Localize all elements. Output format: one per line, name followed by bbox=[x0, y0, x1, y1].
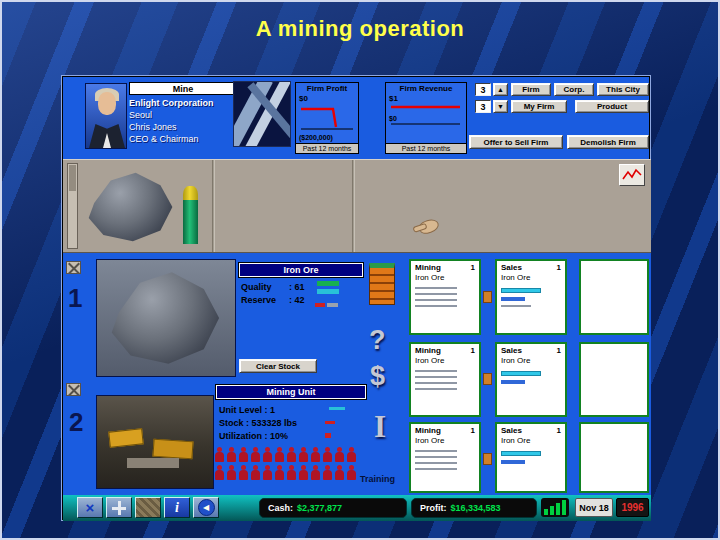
unit-type: Mining bbox=[415, 346, 441, 355]
stockpile-icon[interactable] bbox=[369, 263, 395, 305]
terrain-map-button[interactable] bbox=[135, 497, 161, 518]
sales-bar bbox=[501, 305, 531, 307]
slide-title: A mining operation bbox=[0, 16, 720, 42]
my-firm-button[interactable]: My Firm bbox=[511, 100, 567, 113]
sales-bar bbox=[501, 451, 541, 456]
firm-revenue-caption: Past 12 months bbox=[386, 143, 466, 153]
firm-profit-min: ($200,000) bbox=[299, 134, 333, 141]
help-icon[interactable]: ? bbox=[369, 327, 386, 354]
offer-to-sell-firm-button[interactable]: Offer to Sell Firm bbox=[469, 135, 563, 149]
ceo-portrait[interactable] bbox=[85, 83, 127, 149]
mining-unit-image bbox=[96, 395, 214, 489]
gauge-yellow-segment bbox=[183, 186, 198, 200]
unit-type: Sales bbox=[501, 426, 522, 435]
workers-row bbox=[215, 447, 359, 466]
sales-unit-slot[interactable]: Sales 1 Iron Ore bbox=[495, 342, 567, 417]
compass-icon bbox=[112, 501, 126, 515]
mining-unit-slot[interactable]: Mining 1 Iron Ore bbox=[409, 259, 481, 335]
close-icon: × bbox=[86, 500, 95, 515]
product-button[interactable]: Product bbox=[575, 100, 649, 113]
product-title-bar: Iron Ore bbox=[239, 263, 363, 277]
demolish-firm-button[interactable]: Demolish Firm bbox=[567, 135, 649, 149]
firm-revenue-title: Firm Revenue bbox=[386, 83, 466, 94]
firm-revenue-min: $0 bbox=[389, 115, 397, 122]
reserve-value: : 42 bbox=[289, 295, 305, 305]
sales-unit-slot[interactable]: Sales 1 Iron Ore bbox=[495, 422, 567, 493]
utilization-text: Utilization : 10% bbox=[219, 431, 288, 441]
game-window: Mine Enlight Corporation Seoul Chris Jon… bbox=[62, 76, 650, 520]
unit-product: Iron Ore bbox=[415, 436, 444, 445]
slide-background: A mining operation Mine Enlight Corporat… bbox=[0, 0, 720, 540]
cash-display: Cash: $2,377,877 bbox=[259, 498, 407, 518]
workers-row bbox=[215, 465, 359, 484]
unit-level: 1 bbox=[471, 263, 475, 272]
portrait-face-shape bbox=[98, 92, 116, 115]
hand-cursor-icon bbox=[417, 217, 440, 236]
mining-unit-slot[interactable]: Mining 1 Iron Ore bbox=[409, 342, 481, 417]
unit-mini-square-red bbox=[325, 433, 331, 438]
floors-down-value: 3 bbox=[475, 100, 491, 113]
stock-text: Stock : 533328 lbs bbox=[219, 418, 297, 428]
this-city-button[interactable]: This City bbox=[597, 83, 649, 96]
ceo-role: CEO & Chairman bbox=[129, 134, 199, 144]
info-button[interactable]: i bbox=[164, 497, 190, 518]
unit-output-lines bbox=[415, 450, 457, 474]
unit-mini-bar-cyan bbox=[329, 407, 345, 410]
firm-button[interactable]: Firm bbox=[511, 83, 551, 96]
cash-label: Cash: bbox=[268, 503, 293, 513]
finance-icon[interactable]: $ bbox=[370, 363, 385, 390]
move-view-button[interactable] bbox=[106, 497, 132, 518]
unit-type: Sales bbox=[501, 346, 522, 355]
product-image bbox=[96, 259, 236, 377]
chart-corner-button[interactable] bbox=[619, 164, 645, 186]
sales-unit-slot[interactable]: Sales 1 Iron Ore bbox=[495, 259, 567, 335]
quality-label: Quality bbox=[241, 282, 272, 292]
profit-display: Profit: $16,334,583 bbox=[411, 498, 537, 518]
corporation-name: Enlight Corporation bbox=[129, 98, 214, 108]
back-button[interactable]: ◀ bbox=[193, 497, 219, 518]
ore-deposit-image[interactable] bbox=[85, 168, 177, 246]
pillar-icon[interactable]: I bbox=[374, 411, 386, 442]
firm-profit-panel[interactable]: Firm Profit $0 ($200,000) Past 12 months bbox=[295, 82, 359, 154]
profit-value: $16,334,583 bbox=[451, 503, 501, 513]
firm-revenue-panel[interactable]: Firm Revenue $1 $0 Past 12 months bbox=[385, 82, 467, 154]
deposit-gauge bbox=[183, 186, 198, 244]
cash-value: $2,377,877 bbox=[297, 503, 342, 513]
unit-mini-bar-red bbox=[325, 421, 335, 424]
empty-unit-slot[interactable] bbox=[579, 342, 649, 417]
unit-type: Mining bbox=[415, 263, 441, 272]
unit-product: Iron Ore bbox=[415, 356, 444, 365]
unit-level-text: Unit Level : 1 bbox=[219, 405, 275, 415]
back-arrow-icon: ◀ bbox=[198, 499, 215, 516]
corp-button[interactable]: Corp. bbox=[554, 83, 594, 96]
floor-2-label[interactable]: 2 bbox=[69, 409, 83, 435]
status-bar: × i ◀ Cash: $2,377,877 Profit: $16,334,5… bbox=[63, 495, 651, 521]
stock-bar-red bbox=[315, 303, 325, 307]
tools-icon[interactable] bbox=[66, 383, 81, 396]
floor-up-button[interactable]: ▲ bbox=[493, 83, 508, 96]
sales-bar bbox=[501, 371, 541, 376]
unit-output-lines bbox=[415, 370, 457, 394]
firm-profit-title: Firm Profit bbox=[296, 83, 358, 94]
floors-up-value: 3 bbox=[475, 83, 491, 96]
stock-bar-gray bbox=[327, 303, 338, 307]
close-button[interactable]: × bbox=[77, 497, 103, 518]
empty-unit-slot[interactable] bbox=[579, 422, 649, 493]
info-icon: i bbox=[175, 501, 179, 515]
terrain-strip bbox=[63, 159, 651, 253]
clear-stock-button[interactable]: Clear Stock bbox=[239, 359, 317, 373]
sales-bar bbox=[501, 380, 525, 384]
truck-shape bbox=[108, 428, 143, 447]
empty-unit-slot[interactable] bbox=[579, 259, 649, 335]
finance-chart-button[interactable] bbox=[541, 498, 569, 517]
sales-bar bbox=[501, 297, 525, 301]
lot-divider bbox=[212, 160, 215, 252]
training-label[interactable]: Training bbox=[360, 474, 395, 484]
floor-down-button[interactable]: ▼ bbox=[493, 100, 508, 113]
ceo-name: Chris Jones bbox=[129, 122, 177, 132]
tools-icon[interactable] bbox=[66, 261, 81, 274]
terrain-scrollbar[interactable] bbox=[67, 163, 78, 249]
floor-1-label[interactable]: 1 bbox=[68, 285, 82, 311]
mining-unit-slot[interactable]: Mining 1 Iron Ore bbox=[409, 422, 481, 493]
gauge-green-segment bbox=[183, 200, 198, 244]
